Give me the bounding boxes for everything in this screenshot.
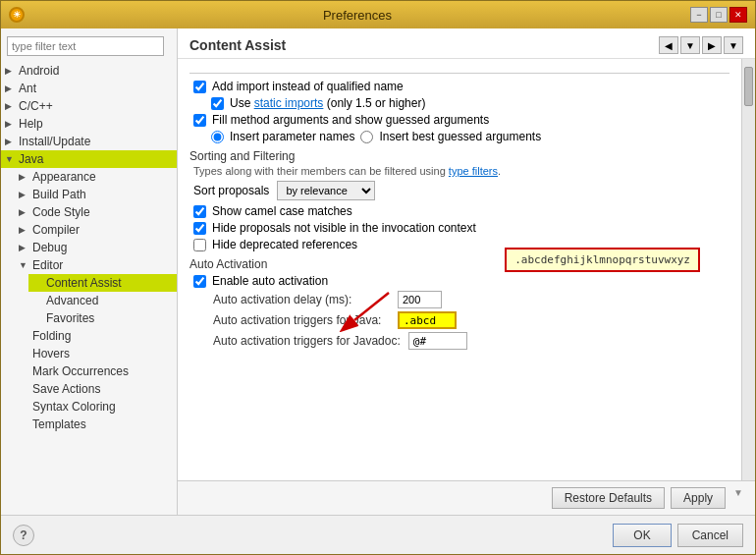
nav-dropdown2[interactable]: ▼ xyxy=(724,36,743,54)
insert-param-label: Insert parameter names xyxy=(230,130,354,143)
sidebar-item-cpp[interactable]: ▶ C/C++ xyxy=(1,97,177,115)
dialog-buttons: OK Cancel xyxy=(613,524,743,547)
ok-button[interactable]: OK xyxy=(613,524,671,547)
sort-proposals-label: Sort proposals xyxy=(193,184,269,197)
sidebar-item-saveactions[interactable]: Save Actions xyxy=(28,380,177,398)
app-icon: ☀ xyxy=(9,7,25,23)
hide-deprecated-label: Hide deprecated references xyxy=(212,238,357,251)
sidebar-item-label: Advanced xyxy=(46,294,98,307)
sidebar-item-hovers[interactable]: Hovers xyxy=(28,345,177,362)
sidebar-item-label: Save Actions xyxy=(32,382,100,396)
sidebar-item-folding[interactable]: Folding xyxy=(28,327,177,345)
delay-input[interactable] xyxy=(398,291,442,308)
nav-arrows: ◀ ▼ ▶ ▼ xyxy=(659,36,743,54)
javadoc-trigger-label: Auto activation triggers for Javadoc: xyxy=(213,334,401,348)
preferences-window: ☀ Preferences − □ ✕ ▶ Android ▶ Ant xyxy=(0,0,756,555)
sidebar-item-advanced[interactable]: Advanced xyxy=(42,292,177,309)
hide-invisible-checkbox[interactable] xyxy=(193,222,206,235)
sidebar-item-label: Templates xyxy=(32,417,86,431)
nav-dropdown[interactable]: ▼ xyxy=(680,36,700,54)
insert-param-radio[interactable] xyxy=(211,131,224,143)
sidebar-item-debug[interactable]: ▶ Debug xyxy=(15,239,177,256)
sidebar-item-markoccurrences[interactable]: Mark Occurrences xyxy=(28,362,177,380)
sidebar-item-java[interactable]: ▼ Java xyxy=(1,150,177,168)
sidebar-item-label: Appearance xyxy=(32,170,96,184)
window-title: Preferences xyxy=(25,8,690,23)
sorting-desc: Types along with their members can be fi… xyxy=(189,165,729,177)
sidebar-item-codestyle[interactable]: ▶ Code Style xyxy=(15,203,177,221)
red-arrow-indicator xyxy=(335,283,394,332)
sidebar-item-label: Build Path xyxy=(32,188,86,201)
sidebar-item-appearance[interactable]: ▶ Appearance xyxy=(15,168,177,186)
title-bar: ☀ Preferences − □ ✕ xyxy=(1,1,755,28)
sort-proposals-select[interactable]: by relevance alphabetically xyxy=(277,181,375,200)
delay-row: Auto activation delay (ms): xyxy=(189,291,729,308)
expand-arrow: ▶ xyxy=(5,66,19,76)
restore-defaults-button[interactable]: Restore Defaults xyxy=(552,487,665,509)
sidebar-item-android[interactable]: ▶ Android xyxy=(1,62,177,80)
sidebar-item-editor[interactable]: ▼ Editor xyxy=(15,256,177,274)
enable-auto-label: Enable auto activation xyxy=(212,274,328,288)
sidebar-item-label: Hovers xyxy=(32,347,70,361)
camel-case-row: Show camel case matches xyxy=(189,204,729,218)
static-imports-checkbox[interactable] xyxy=(211,97,224,110)
cancel-button[interactable]: Cancel xyxy=(677,524,743,547)
back-button[interactable]: ◀ xyxy=(659,36,678,54)
fill-method-checkbox[interactable] xyxy=(193,114,206,127)
enable-auto-row: Enable auto activation xyxy=(189,274,729,288)
expand-arrow: ▶ xyxy=(19,225,32,235)
sidebar-item-syntaxcoloring[interactable]: Syntax Coloring xyxy=(28,398,177,416)
expand-arrow: ▶ xyxy=(19,207,32,217)
sidebar-item-label: Favorites xyxy=(46,311,94,325)
camel-case-checkbox[interactable] xyxy=(193,205,206,218)
javadoc-trigger-input[interactable] xyxy=(408,332,467,350)
sidebar-item-label: Debug xyxy=(32,241,67,254)
sidebar-item-help[interactable]: ▶ Help xyxy=(1,115,177,133)
sidebar-item-compiler[interactable]: ▶ Compiler xyxy=(15,221,177,239)
minimize-button[interactable]: − xyxy=(690,7,708,23)
content-title: Content Assist xyxy=(189,37,286,53)
scroll-thumb[interactable] xyxy=(744,67,753,106)
maximize-button[interactable]: □ xyxy=(710,7,728,23)
sidebar-item-favorites[interactable]: Favorites xyxy=(42,309,177,327)
sidebar-item-templates[interactable]: Templates xyxy=(28,416,177,433)
hide-invisible-row: Hide proposals not visible in the invoca… xyxy=(189,221,729,235)
auto-activation-section: Auto Activation .abcdefghijklmnopqrstuvw… xyxy=(189,257,729,350)
filter-input[interactable] xyxy=(7,36,164,56)
sidebar-item-buildpath[interactable]: ▶ Build Path xyxy=(15,186,177,203)
java-trigger-input[interactable] xyxy=(398,311,457,329)
type-filters-link[interactable]: type filters xyxy=(449,165,498,177)
hide-deprecated-checkbox[interactable] xyxy=(193,239,206,251)
sorting-section-label: Sorting and Filtering xyxy=(189,149,729,163)
expand-arrow: ▶ xyxy=(5,119,19,129)
scroll-down-arrow[interactable]: ▼ xyxy=(733,487,743,509)
sidebar-item-label: Mark Occurrences xyxy=(32,364,129,378)
static-imports-link[interactable]: static imports xyxy=(254,96,324,110)
scrollbar[interactable] xyxy=(741,59,755,480)
sidebar-item-label: Content Assist xyxy=(46,276,122,290)
sidebar-item-ant[interactable]: ▶ Ant xyxy=(1,80,177,97)
sidebar-item-label: Android xyxy=(19,64,59,78)
dialog-footer: ? OK Cancel xyxy=(1,515,755,554)
enable-auto-checkbox[interactable] xyxy=(193,275,206,288)
expand-arrow: ▶ xyxy=(5,101,19,111)
sidebar-item-label: Install/Update xyxy=(19,135,90,148)
sidebar-item-label: Syntax Coloring xyxy=(32,400,116,414)
insert-best-label: Insert best guessed arguments xyxy=(379,130,541,143)
add-import-row: Add import instead of qualified name xyxy=(189,80,729,93)
add-import-checkbox[interactable] xyxy=(193,81,206,93)
close-button[interactable]: ✕ xyxy=(729,7,747,23)
sidebar: ▶ Android ▶ Ant ▶ C/C++ ▶ Help ▶ Install… xyxy=(1,28,178,515)
forward-button[interactable]: ▶ xyxy=(702,36,722,54)
sidebar-item-label: Folding xyxy=(32,329,71,343)
sidebar-item-label: Ant xyxy=(19,82,36,95)
insert-best-radio[interactable] xyxy=(360,131,373,143)
content-panel: Content Assist ◀ ▼ ▶ ▼ Add import instea… xyxy=(178,28,755,515)
sidebar-item-contentassist[interactable]: Content Assist xyxy=(28,274,177,292)
apply-button[interactable]: Apply xyxy=(671,487,726,509)
java-trigger-row: Auto activation triggers for Java: xyxy=(189,311,729,329)
hide-invisible-label: Hide proposals not visible in the invoca… xyxy=(212,221,476,235)
expand-arrow: ▶ xyxy=(19,243,32,252)
sidebar-item-install[interactable]: ▶ Install/Update xyxy=(1,133,177,150)
help-button[interactable]: ? xyxy=(13,525,34,546)
